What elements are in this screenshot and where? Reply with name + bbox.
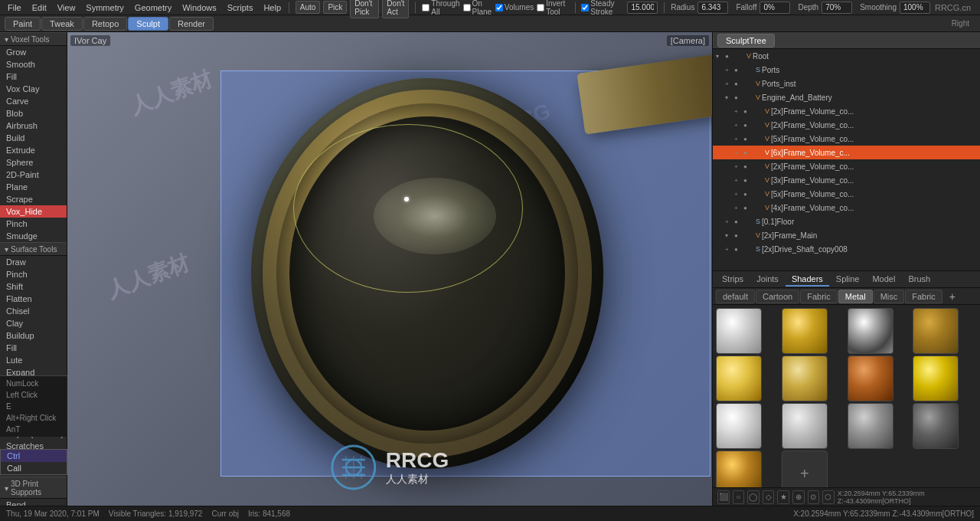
tree-ports[interactable]: + ● S Ports	[713, 63, 980, 77]
tree-frame-3[interactable]: + ● V [5x]Frame_Volume_co...	[713, 132, 980, 146]
tool-fill-1[interactable]: Fill	[0, 70, 67, 83]
tree-content[interactable]: ▾ ● V Root + ● S Ports + ● V Ports_inst	[713, 49, 980, 271]
tool-extrude-1[interactable]: Extrude	[0, 144, 67, 156]
toggle-auto[interactable]: Auto	[296, 1, 321, 14]
menu-help[interactable]: Help	[259, 2, 286, 14]
tool-grow[interactable]: Grow	[0, 46, 67, 58]
steady-stroke-value[interactable]	[627, 2, 658, 14]
tool-scrape[interactable]: Scrape	[0, 193, 67, 205]
shader-ball-silver[interactable]	[782, 403, 828, 449]
tool-chisel[interactable]: Chisel	[0, 305, 67, 317]
qtab-cartoon[interactable]: Cartoon	[756, 290, 799, 303]
tool-blob[interactable]: Blob	[0, 107, 67, 120]
tool-build[interactable]: Build	[0, 132, 67, 144]
falloff-input[interactable]	[760, 2, 790, 14]
tree-frame-4-selected[interactable]: + ● V [6x]Frame_Volume_c...	[713, 146, 980, 159]
shaders-add-tab[interactable]: +	[946, 290, 959, 303]
steady-stroke-checkbox[interactable]	[581, 4, 589, 11]
steady-stroke-check[interactable]: Steady Stroke	[581, 0, 624, 16]
depth-input[interactable]	[822, 2, 852, 14]
rp-icon-2[interactable]: ○	[733, 490, 745, 504]
tool-lute[interactable]: Lute	[0, 354, 67, 366]
rp-icon-4[interactable]: ◇	[763, 490, 775, 504]
qtab-default[interactable]: default	[716, 290, 755, 303]
shader-ball-lightgold[interactable]	[782, 356, 828, 401]
shader-ball-lightsilver[interactable]	[716, 403, 762, 449]
qtab-misc[interactable]: Misc	[874, 290, 905, 303]
invert-tool-checkbox[interactable]	[537, 4, 544, 11]
tree-frame-2[interactable]: + ● V [2x]Frame_Volume_co...	[713, 118, 980, 132]
tree-root[interactable]: ▾ ● V Root	[713, 49, 980, 63]
on-plane-checkbox[interactable]	[463, 4, 471, 11]
shader-ball-bronze[interactable]	[848, 356, 893, 401]
sculpt-tree-tab[interactable]: SculptTree	[717, 34, 775, 48]
qtab-metal[interactable]: Metal	[838, 290, 873, 303]
through-all-check[interactable]: Through All	[422, 0, 459, 16]
through-all-checkbox[interactable]	[422, 4, 430, 11]
tool-pinch-1[interactable]: Pinch	[0, 218, 67, 230]
shaders-tab-model[interactable]: Model	[866, 273, 901, 287]
menu-geometry[interactable]: Geometry	[130, 2, 176, 14]
volumes-check[interactable]: Volumes	[495, 3, 534, 11]
tree-drive-shaft[interactable]: + ● S [2x]Drive_Shaft_copy008	[713, 242, 980, 256]
menu-scripts[interactable]: Scripts	[223, 2, 258, 14]
menu-edit[interactable]: Edit	[28, 2, 51, 14]
menu-symmetry[interactable]: Symmetry	[81, 2, 129, 14]
mode-retopo[interactable]: Retopo	[83, 17, 127, 31]
tool-clay[interactable]: Clay	[0, 317, 67, 329]
shader-ball-darkgold[interactable]	[913, 308, 959, 354]
tool-plane[interactable]: Plane	[0, 181, 67, 193]
tree-frame-7[interactable]: + ● V [5x]Frame_Volume_co...	[713, 187, 980, 201]
volumes-checkbox[interactable]	[495, 4, 503, 11]
tree-frame-5[interactable]: + ● V [2x]Frame_Volume_co...	[713, 159, 980, 173]
surface-tools-header[interactable]: ▾ Surface Tools	[0, 242, 67, 256]
tool-carve[interactable]: Carve	[0, 95, 67, 107]
rp-icon-1[interactable]: ⬛	[717, 490, 730, 504]
shaders-tab-strips[interactable]: Strips	[716, 273, 750, 287]
tree-ports-inst[interactable]: + ● V Ports_inst	[713, 77, 980, 90]
tool-draw[interactable]: Draw	[0, 256, 67, 268]
tool-airbrush[interactable]: Airbrush	[0, 120, 67, 132]
rp-icon-6[interactable]: ⊕	[792, 490, 805, 504]
tool-pinch-2[interactable]: Pinch	[0, 268, 67, 280]
tool-2d-paint[interactable]: 2D-Paint	[0, 169, 67, 181]
rp-icon-5[interactable]: ★	[777, 490, 789, 504]
tree-frame-6[interactable]: + ● V [3x]Frame_Volume_co...	[713, 173, 980, 187]
tool-buildup[interactable]: Buildup	[0, 329, 67, 342]
tree-frame-8[interactable]: + ● V [4x]Frame_Volume_co...	[713, 201, 980, 215]
radius-input[interactable]	[697, 2, 728, 14]
shader-ball-darksilver[interactable]	[848, 403, 893, 449]
toggle-dont-act[interactable]: Don't Act	[382, 0, 409, 18]
mode-render[interactable]: Render	[169, 17, 214, 31]
shaders-tab-spline[interactable]: Spline	[830, 273, 866, 287]
rp-icon-7[interactable]: ⊙	[808, 490, 820, 504]
tree-engine-battery[interactable]: ▾ ● V Engine_And_Battery	[713, 90, 980, 104]
on-plane-check[interactable]: On Plane	[463, 0, 492, 16]
tool-flatten[interactable]: Flatten	[0, 293, 67, 305]
tree-frame-main[interactable]: ▾ ● V [2x]Frame_Main	[713, 228, 980, 242]
shaders-tab-brush[interactable]: Brush	[902, 273, 936, 287]
tool-bend[interactable]: Bend	[0, 499, 67, 506]
voxel-tools-header[interactable]: ▾ Voxel Tools	[0, 32, 67, 46]
shader-ball-gold[interactable]	[782, 308, 828, 354]
mode-tweak[interactable]: Tweak	[41, 17, 83, 31]
shader-ball-chrome[interactable]	[848, 308, 893, 354]
mode-sculpt[interactable]: Sculpt	[128, 17, 168, 31]
tool-smooth[interactable]: Smooth	[0, 58, 67, 70]
shader-ball-brightgold[interactable]	[716, 356, 762, 401]
shader-ball-warmgold[interactable]	[716, 451, 762, 487]
shader-ball-yellow[interactable]	[913, 356, 959, 401]
tree-frame-1[interactable]: + ● V [2x]Frame_Volume_co...	[713, 104, 980, 118]
shaders-tab-shaders[interactable]: Shaders	[786, 273, 829, 287]
invert-tool-check[interactable]: Invert Tool	[537, 0, 568, 16]
tool-shift[interactable]: Shift	[0, 280, 67, 293]
print-supports-header[interactable]: ▾ 3D Print Supports	[0, 477, 67, 499]
tool-vox-hide[interactable]: Vox_Hide	[0, 205, 67, 218]
smoothing-input[interactable]	[900, 2, 930, 14]
shader-ball-darkchrome[interactable]	[913, 403, 959, 449]
tool-smudge[interactable]: Smudge	[0, 230, 67, 242]
toggle-pick[interactable]: Pick	[323, 1, 347, 14]
tool-vox-clay[interactable]: Vox Clay	[0, 83, 67, 95]
rp-icon-3[interactable]: ◯	[747, 490, 760, 504]
tree-floor[interactable]: + ● S [0.1]Floor	[713, 215, 980, 228]
